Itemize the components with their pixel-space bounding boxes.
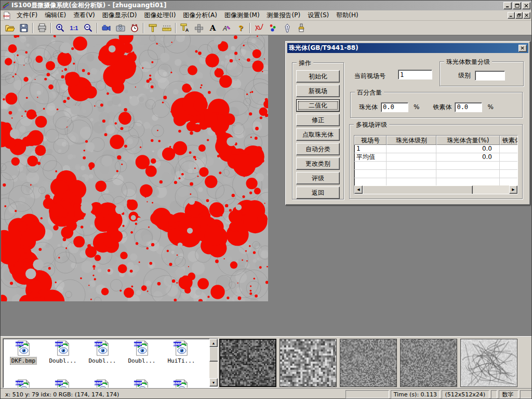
window-title: IS100显微摄像系统(金相分析版) - [zhuguangti01]: [11, 1, 502, 10]
caliper-measure-button[interactable]: [146, 22, 159, 34]
thumbnail-5[interactable]: [460, 339, 517, 387]
pen-nib-icon: [282, 23, 292, 33]
mdi-restore-button[interactable]: [515, 12, 523, 19]
scrollbar-thumb[interactable]: [209, 347, 218, 362]
help-button[interactable]: ?: [234, 22, 247, 34]
measure-font-button[interactable]: A: [178, 22, 191, 34]
zoom-in-button[interactable]: [54, 22, 66, 34]
clock-icon: [129, 23, 140, 33]
file-item-partial[interactable]: [4, 378, 43, 388]
file-item-double3[interactable]: Doubl...: [123, 339, 161, 364]
current-field-input[interactable]: [398, 70, 432, 79]
minimize-button[interactable]: [503, 2, 512, 9]
brush-tool-button[interactable]: [295, 22, 308, 34]
table-horizontal-scrollbar[interactable]: ◀ ▶: [354, 185, 517, 194]
grading-group: 珠光体数量分级 级别: [440, 61, 524, 86]
binarize-button[interactable]: 二值化: [296, 99, 340, 112]
toolbar-separator: [143, 23, 144, 33]
menu-settings[interactable]: 设置(S): [304, 10, 332, 21]
thumbnail-2[interactable]: [280, 339, 337, 387]
file-item-double1[interactable]: Doubl...: [44, 339, 82, 364]
print-button[interactable]: [35, 22, 48, 34]
cell-field: 平均值: [354, 153, 387, 162]
ferrite-percent-input[interactable]: [455, 102, 482, 112]
close-button[interactable]: [522, 2, 530, 9]
timer-button[interactable]: [128, 22, 141, 34]
open-file-button[interactable]: [3, 22, 16, 34]
menu-measure-report[interactable]: 测量报告(P): [263, 10, 304, 21]
table-row[interactable]: 1 0.0: [354, 145, 517, 153]
video-capture-button[interactable]: [100, 22, 113, 34]
scroll-right-arrow[interactable]: ▶: [509, 185, 517, 194]
dialog-title-bar[interactable]: 珠光体(GB/T9441-88): [287, 43, 528, 53]
file-item-dkf[interactable]: DKF.bmp: [4, 339, 43, 364]
menu-view[interactable]: 查看(V): [70, 10, 99, 21]
annotate-button[interactable]: A: [220, 22, 233, 34]
pen-tool-button[interactable]: [281, 22, 294, 34]
menu-edit[interactable]: 编辑(E): [41, 10, 70, 21]
file-list[interactable]: DKF.bmp Doubl... Doubl... Doubl... HuiTi…: [3, 338, 218, 388]
menu-image-analysis[interactable]: 图像分析(A): [179, 10, 221, 21]
file-list-scrollbar[interactable]: ▲ ▼: [209, 339, 218, 387]
save-floppy-icon: [19, 23, 29, 33]
menu-help[interactable]: 帮助(H): [332, 10, 362, 21]
return-button[interactable]: 返回: [296, 187, 340, 199]
ferrite-unit: %: [487, 103, 493, 111]
mdi-minimize-button[interactable]: [508, 12, 515, 19]
actual-size-button[interactable]: 1:1: [68, 22, 81, 34]
cell-grade: [387, 153, 436, 162]
file-item-double2[interactable]: Doubl...: [83, 339, 122, 364]
grid-overlay-button[interactable]: [192, 22, 205, 34]
correct-button[interactable]: 修正: [296, 114, 340, 126]
bmp-file-icon: [55, 340, 71, 357]
text-tool-button[interactable]: A: [206, 22, 219, 34]
new-field-button[interactable]: 新视场: [296, 85, 340, 97]
snapshot-button[interactable]: [114, 22, 127, 34]
file-item-huiti[interactable]: HuiTi...: [162, 339, 201, 364]
save-button[interactable]: [17, 22, 30, 34]
grade-button[interactable]: 评级: [296, 172, 340, 184]
file-item-partial[interactable]: [44, 378, 82, 388]
init-button[interactable]: 初始化: [296, 70, 340, 83]
table-row-empty: [354, 170, 517, 178]
scroll-up-arrow[interactable]: ▲: [209, 339, 218, 347]
thumbnail-4[interactable]: [400, 339, 457, 387]
file-item-partial[interactable]: [123, 378, 161, 388]
brush-icon: [296, 23, 307, 33]
pearlite-percent-input[interactable]: [381, 102, 408, 112]
file-name: Doubl...: [48, 357, 78, 364]
change-class-button[interactable]: 更改类别: [296, 157, 340, 170]
caliper-a-icon: A: [180, 23, 190, 33]
file-item-partial[interactable]: [162, 378, 201, 388]
table-row[interactable]: 平均值 0.0: [354, 153, 517, 162]
menu-file[interactable]: 文件(F): [13, 10, 41, 21]
svg-text:DOC: DOC: [3, 15, 10, 18]
file-item-partial[interactable]: [83, 378, 122, 388]
pearlite-unit: %: [414, 103, 419, 111]
mdi-close-button[interactable]: [523, 12, 530, 19]
col-pearlite-grade: 珠光体级别: [387, 136, 436, 145]
scroll-left-arrow[interactable]: ◀: [354, 185, 363, 194]
ruler-measure-button[interactable]: [160, 22, 173, 34]
dialog-close-button[interactable]: [518, 45, 527, 52]
metallograph-image[interactable]: [1, 35, 268, 301]
grade-input[interactable]: [475, 71, 505, 81]
menu-image-display[interactable]: 图像显示(D): [99, 10, 141, 21]
pick-pearlite-button[interactable]: 点取珠光体: [296, 128, 340, 141]
thumbnail-1[interactable]: [219, 339, 276, 387]
auto-classify-button[interactable]: 自动分类: [296, 143, 340, 155]
scroll-down-arrow[interactable]: ▼: [209, 378, 218, 387]
cell-pearlite: 0.0: [436, 145, 500, 153]
title-bar: IS100显微摄像系统(金相分析版) - [zhuguangti01]: [1, 1, 531, 10]
menu-image-measure[interactable]: 图像测量(M): [221, 10, 263, 21]
maximize-button[interactable]: [513, 2, 521, 9]
multi-field-table[interactable]: 视场号 珠光体级别 珠光体含量(%) 铁素体含量(%) 1 0.0 平均值 0.…: [354, 135, 518, 194]
text-a-icon: A: [210, 23, 216, 33]
label-count-button[interactable]: [267, 22, 280, 34]
file-name: Doubl...: [127, 357, 157, 364]
curve-tool-button[interactable]: [252, 22, 265, 34]
scrollbar-thumb[interactable]: [363, 185, 473, 194]
zoom-out-button[interactable]: [82, 22, 95, 34]
menu-image-processing[interactable]: 图像处理(I): [140, 10, 179, 21]
thumbnail-3[interactable]: [340, 339, 397, 387]
